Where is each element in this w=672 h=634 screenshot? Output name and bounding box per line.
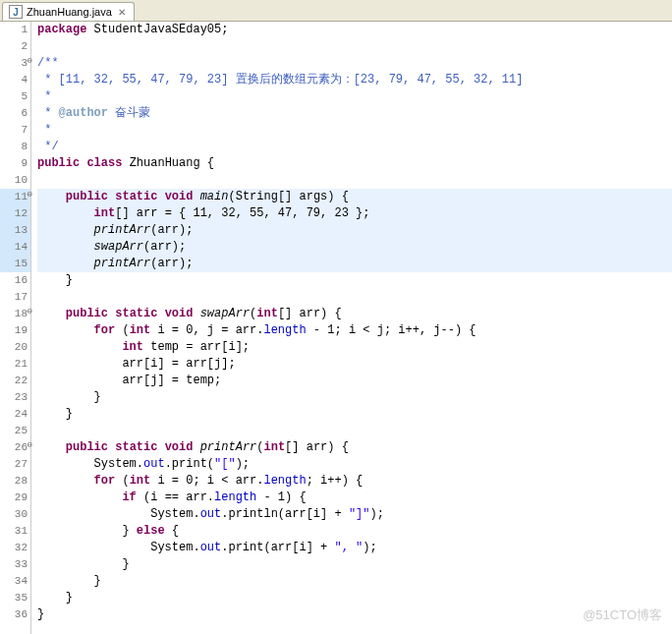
line-number: 19 — [0, 322, 30, 339]
line-26: public static void printArr(int[] arr) { — [37, 439, 672, 456]
line-8: */ — [37, 139, 672, 155]
line-number: 5 — [0, 88, 30, 105]
line-number: 24 — [0, 406, 30, 423]
line-12: int[] arr = { 11, 32, 55, 47, 79, 23 }; — [37, 205, 672, 222]
line-33: } — [37, 556, 672, 573]
line-4: * [11, 32, 55, 47, 79, 23] 置换后的数组元素为：[23… — [37, 72, 672, 88]
code-area[interactable]: package StudentJavaSEday05; /** * [11, 3… — [31, 22, 672, 634]
line-number: 31 — [0, 523, 30, 540]
line-number: 4 — [0, 72, 30, 88]
line-2 — [37, 38, 672, 55]
line-number: 8 — [0, 139, 30, 155]
line-number: 26⊖ — [0, 439, 30, 456]
close-icon[interactable]: ✕ — [118, 7, 126, 18]
line-16: } — [37, 272, 672, 289]
line-30: System.out.println(arr[i] + "]"); — [37, 506, 672, 523]
line-1: package StudentJavaSEday05; — [37, 22, 672, 38]
line-number: 2 — [0, 38, 30, 55]
line-number: 23 — [0, 389, 30, 406]
line-23: } — [37, 389, 672, 406]
line-28: for (int i = 0; i < arr.length; i++) { — [37, 473, 672, 490]
line-number: 14 — [0, 239, 30, 256]
line-24: } — [37, 406, 672, 423]
line-number: 7 — [0, 122, 30, 139]
line-number: 32 — [0, 540, 30, 556]
line-number: 18⊖ — [0, 306, 30, 322]
code-editor: 123⊖4567891011⊖12131415161718⊖1920212223… — [0, 22, 672, 634]
line-9: public class ZhuanHuang { — [37, 155, 672, 172]
line-number: 20 — [0, 339, 30, 356]
line-number-gutter: 123⊖4567891011⊖12131415161718⊖1920212223… — [0, 22, 31, 634]
line-number: 30 — [0, 506, 30, 523]
line-number: 16 — [0, 272, 30, 289]
line-25 — [37, 423, 672, 439]
line-number: 27 — [0, 456, 30, 473]
line-number: 21 — [0, 356, 30, 373]
line-number: 13 — [0, 222, 30, 239]
fold-marker-icon[interactable]: ⊖ — [24, 308, 32, 317]
line-number: 36 — [0, 606, 30, 623]
tab-filename: ZhuanHuang.java — [27, 6, 112, 18]
line-31: } else { — [37, 523, 672, 540]
file-tab[interactable]: J ZhuanHuang.java ✕ — [2, 2, 135, 21]
line-number: 25 — [0, 423, 30, 439]
line-22: arr[j] = temp; — [37, 373, 672, 389]
line-number: 15 — [0, 256, 30, 272]
line-32: System.out.print(arr[i] + ", "); — [37, 540, 672, 556]
line-number: 1 — [0, 22, 30, 38]
editor-tab-bar: J ZhuanHuang.java ✕ — [0, 0, 672, 22]
line-27: System.out.print("["); — [37, 456, 672, 473]
line-34: } — [37, 573, 672, 590]
line-10 — [37, 172, 672, 189]
line-number: 17 — [0, 289, 30, 306]
line-15: printArr(arr); — [37, 256, 672, 272]
line-19: for (int i = 0, j = arr.length - 1; i < … — [37, 322, 672, 339]
line-number: 33 — [0, 556, 30, 573]
line-number: 6 — [0, 105, 30, 122]
watermark: @51CTO博客 — [583, 606, 662, 624]
line-number: 22 — [0, 373, 30, 389]
line-number: 34 — [0, 573, 30, 590]
fold-marker-icon[interactable]: ⊖ — [24, 191, 32, 200]
line-number: 28 — [0, 473, 30, 490]
line-6: * @author 奋斗蒙 — [37, 105, 672, 122]
line-number: 10 — [0, 172, 30, 189]
java-file-icon: J — [9, 5, 23, 19]
line-13: printArr(arr); — [37, 222, 672, 239]
line-number: 11⊖ — [0, 189, 30, 205]
fold-marker-icon[interactable]: ⊖ — [24, 57, 32, 66]
fold-marker-icon[interactable]: ⊖ — [24, 441, 32, 450]
line-number: 9 — [0, 155, 30, 172]
line-number: 3⊖ — [0, 55, 30, 72]
line-17 — [37, 289, 672, 306]
line-5: * — [37, 88, 672, 105]
line-20: int temp = arr[i]; — [37, 339, 672, 356]
line-11: public static void main(String[] args) { — [37, 189, 672, 205]
line-36: } — [37, 606, 672, 623]
line-29: if (i == arr.length - 1) { — [37, 490, 672, 506]
line-3: /** — [37, 55, 672, 72]
line-21: arr[i] = arr[j]; — [37, 356, 672, 373]
line-35: } — [37, 590, 672, 606]
line-14: swapArr(arr); — [37, 239, 672, 256]
line-number: 35 — [0, 590, 30, 606]
line-7: * — [37, 122, 672, 139]
line-number: 29 — [0, 490, 30, 506]
line-number: 12 — [0, 205, 30, 222]
line-18: public static void swapArr(int[] arr) { — [37, 306, 672, 322]
